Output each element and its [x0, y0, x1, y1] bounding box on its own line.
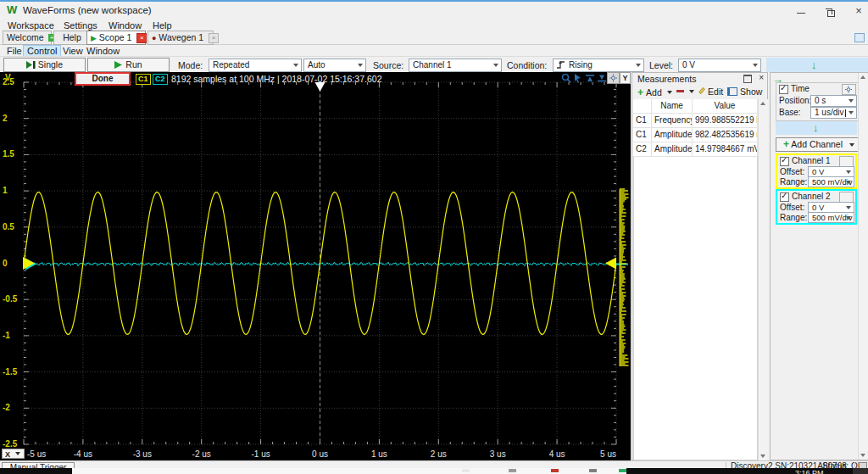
channel2-badge[interactable]: C2 — [153, 74, 168, 85]
y-cursor-button[interactable]: Y — [620, 72, 631, 84]
dock-icon[interactable] — [854, 33, 865, 42]
show-menu-label: Show — [740, 86, 762, 97]
scope-menu-bar: File Control View Window — [0, 45, 868, 56]
channel2-checkbox[interactable] — [780, 192, 789, 202]
channel1-checkbox[interactable] — [780, 157, 789, 166]
cursor-icon[interactable] — [573, 73, 583, 85]
tab-scope-label: Scope 1 — [99, 32, 132, 42]
config-scrollbar[interactable] — [858, 73, 868, 460]
scope-menu-view[interactable]: View — [59, 45, 86, 57]
condition-select[interactable]: Rising — [553, 59, 644, 72]
measurement-cell[interactable]: 982.482535619 mV — [693, 128, 758, 142]
position-select[interactable]: 0 s — [810, 95, 857, 107]
x-tick-label: -5 us — [27, 449, 46, 459]
taskbar-app-icon[interactable] — [462, 469, 470, 472]
tab-wavegen-close-icon[interactable]: × — [209, 33, 219, 43]
green-down-arrow-icon: ↓ — [811, 59, 817, 70]
acquisition-info-text: 8192 samples at 100 MHz | 2018-07-02 15:… — [171, 74, 381, 84]
taskbar-app-icon[interactable] — [589, 469, 597, 472]
run-button[interactable]: Run — [87, 58, 170, 72]
zoom-icon[interactable] — [561, 73, 571, 85]
measurement-cell[interactable]: C1 — [633, 114, 652, 128]
restore-button[interactable] — [815, 3, 844, 20]
channel1-range-select[interactable]: 500 mV/div — [808, 176, 854, 187]
mode-select[interactable]: Repeated — [209, 59, 302, 72]
x-tick-label: 3 us — [490, 449, 506, 459]
close-button[interactable]: × — [844, 3, 868, 20]
y-tick-label: 2.5 — [3, 77, 23, 86]
scope-menu-control[interactable]: Control — [23, 45, 61, 57]
scope-menu-window[interactable]: Window — [83, 45, 123, 57]
single-button[interactable]: Single — [3, 58, 86, 72]
y-tick-label: -1 — [3, 331, 23, 340]
taskbar-app-icon[interactable] — [551, 469, 559, 472]
source-label: Source: — [373, 60, 403, 70]
restore-icon-back — [826, 8, 832, 14]
y-tick-label: 0.5 — [3, 222, 23, 231]
chevron-down-icon — [689, 90, 694, 93]
measurement-cell[interactable]: 14.97984667 mV — [693, 142, 758, 157]
measurements-scrollbar[interactable] — [758, 99, 768, 460]
measurement-cell[interactable]: Frequency — [652, 114, 693, 128]
scope-plot-area[interactable]: V Done C1 C2 8192 samples at 100 MHz | 2… — [0, 72, 631, 460]
fit-top-icon[interactable] — [585, 73, 595, 85]
plot-options-icon[interactable] — [607, 72, 620, 84]
scope-menu-file[interactable]: File — [3, 45, 25, 57]
x-cursor-button[interactable]: X — [2, 449, 25, 459]
time-checkbox[interactable] — [779, 85, 788, 94]
open-window-preview[interactable] — [72, 468, 626, 474]
taskbar-app-icon[interactable] — [619, 469, 626, 472]
measurements-panel-header[interactable]: Measurements × — [632, 73, 767, 86]
channel2-range-select[interactable]: 500 mV/div — [808, 212, 854, 223]
base-select[interactable]: 1 us/div — [810, 107, 857, 119]
fit-bottom-icon[interactable] — [597, 73, 607, 85]
auto-select[interactable]: Auto — [303, 59, 366, 72]
chevron-down-icon — [293, 64, 298, 67]
tab-welcome[interactable]: Welcome + — [3, 31, 52, 45]
acquisition-state-button[interactable]: Done — [75, 72, 131, 86]
title-bar[interactable]: W WaveForms (new workspace) × — [0, 2, 868, 19]
edit-measurement-label: Edit — [708, 86, 723, 97]
measurement-cell[interactable]: C1 — [633, 128, 652, 142]
y-tick-label: -2.5 — [3, 439, 23, 449]
edit-measurement-button[interactable]: Edit — [697, 86, 723, 97]
minimize-button[interactable] — [787, 3, 815, 20]
taskbar-app-icon[interactable] — [509, 469, 516, 472]
scroll-down-icon[interactable] — [760, 454, 765, 458]
measurements-table[interactable]: NameValueC1Frequency999.988552219 kHzC1A… — [633, 99, 758, 157]
tab-help[interactable]: Help — [53, 31, 91, 45]
menu-window[interactable]: Window — [105, 20, 145, 31]
position-label: Position: — [779, 96, 811, 105]
menu-help[interactable]: Help — [149, 20, 175, 31]
scroll-up-icon[interactable] — [760, 102, 765, 105]
channel1-badge[interactable]: C1 — [136, 74, 151, 85]
measurement-cell[interactable]: Amplitude — [652, 142, 693, 157]
tab-scope-1[interactable]: ▶ Scope 1 × — [86, 31, 146, 45]
add-channel-button[interactable]: + Add Channel — [776, 137, 859, 152]
tab-wavegen-1[interactable]: ● Wavegen 1 × — [147, 31, 214, 45]
measurement-cell[interactable]: 999.988552219 kHz — [693, 114, 758, 128]
channel1-range-label: Range: — [780, 177, 807, 187]
scope-plot-canvas[interactable] — [0, 72, 631, 460]
measurements-toolbar: + Add Edit Show — [632, 85, 767, 99]
remove-measurement-button[interactable] — [676, 86, 694, 97]
measurement-cell[interactable]: C2 — [633, 142, 652, 157]
pencil-icon — [697, 87, 705, 96]
time-settings-icon[interactable] — [842, 84, 856, 95]
scroll-down-icon[interactable] — [860, 454, 865, 457]
menu-workspace[interactable]: Workspace — [4, 20, 58, 31]
position-value: 0 s — [815, 96, 826, 105]
measurement-cell[interactable]: Amplitude — [652, 128, 693, 142]
base-value: 1 us/div — [815, 108, 843, 117]
source-select[interactable]: Channel 1 — [409, 59, 502, 72]
float-panel-icon[interactable] — [743, 75, 752, 83]
scroll-up-icon[interactable] — [860, 75, 865, 79]
add-measurement-button[interactable]: + Add — [637, 86, 672, 98]
windows-taskbar[interactable]: 3:16 PM — [0, 468, 868, 474]
close-panel-icon[interactable]: × — [759, 73, 764, 82]
auto-value: Auto — [308, 60, 326, 70]
taskbar-clock-area[interactable] — [853, 468, 868, 474]
tab-scope-close-icon[interactable]: × — [136, 33, 147, 43]
menu-settings[interactable]: Settings — [60, 20, 101, 31]
level-select[interactable]: 0 V — [678, 59, 761, 72]
